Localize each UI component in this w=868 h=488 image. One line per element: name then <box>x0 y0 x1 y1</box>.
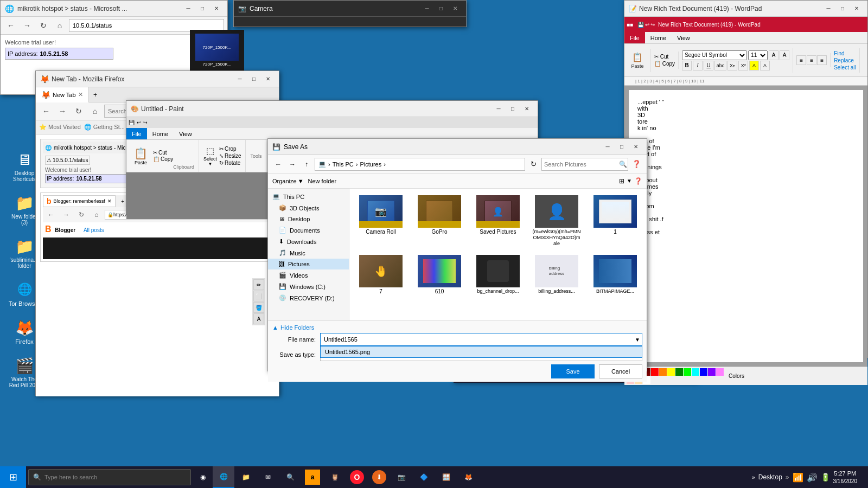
most-visited-link[interactable]: ⭐ Most Visited <box>39 124 81 131</box>
saveas-up-btn[interactable]: ↑ <box>301 158 312 170</box>
wordpad-align-left-btn[interactable]: ≡ <box>796 55 806 65</box>
taskbar-clock[interactable]: 5:27 PM 3/16/2020 <box>833 470 858 484</box>
mikrotik-forward-btn[interactable]: → <box>20 19 34 32</box>
start-button[interactable]: ⊞ <box>0 466 26 488</box>
wordpad-superscript-btn[interactable]: X² <box>738 61 748 70</box>
wordpad-bold-btn[interactable]: B <box>682 61 692 70</box>
firefox-newtab-tab[interactable]: 🦊 New Tab ✕ <box>36 87 89 102</box>
wordpad-cut-btn[interactable]: ✂ Cut <box>654 54 668 60</box>
saveas-help-btn[interactable]: ❓ <box>630 158 642 170</box>
saveas-file-saved-pictures[interactable]: 👤 Saved Pictures <box>471 193 525 248</box>
mikrotik-minimize-btn[interactable]: ─ <box>182 3 195 14</box>
paint-maximize-btn[interactable]: □ <box>506 104 519 114</box>
saveas-view-btn[interactable]: ⊞ <box>619 177 624 185</box>
task-view-btn[interactable]: ◉ <box>193 466 213 488</box>
paint-crop-btn[interactable]: ✂Crop <box>219 146 241 152</box>
saveas-sidebar-desktop[interactable]: 🖥Desktop <box>268 214 349 224</box>
firefox-new-tab-btn[interactable]: + <box>89 88 102 101</box>
color-blue[interactable] <box>700 368 707 376</box>
wordpad-close-btn[interactable]: ✕ <box>850 3 863 14</box>
paint-resize-btn[interactable]: ⤡Resize <box>219 153 241 159</box>
paint-undo-quick-btn[interactable]: ↩ <box>137 120 141 125</box>
mikrotik-back-btn[interactable]: ← <box>4 19 18 32</box>
color-purple[interactable] <box>708 368 716 376</box>
wordpad-redo-quick[interactable]: ↪ <box>650 22 655 28</box>
mikrotik-close-btn[interactable]: ✕ <box>210 3 223 14</box>
firefox-bg-close-btn[interactable]: ✕ <box>261 74 275 85</box>
paint-tab-view[interactable]: View <box>174 128 197 139</box>
saveas-sidebar-windows-c[interactable]: 💾Windows (C:) <box>268 281 349 292</box>
wordpad-highlight-btn[interactable]: A <box>749 61 759 70</box>
wordpad-tab-file[interactable]: File <box>624 32 645 43</box>
all-posts-link[interactable]: All posts <box>84 227 104 233</box>
saveas-file-7[interactable]: 🤚 7 <box>354 253 408 297</box>
wordpad-replace-btn[interactable]: Replace <box>834 57 854 63</box>
taskbar-show-desktop-btn[interactable] <box>860 466 864 488</box>
saveas-maximize-btn[interactable]: □ <box>615 142 628 152</box>
wordpad-document[interactable]: ...eppet ' " with 3D tore k in' no sort … <box>629 90 863 362</box>
wordpad-align-right-btn[interactable]: ≡ <box>817 55 827 65</box>
wordpad-tab-view[interactable]: View <box>672 32 695 43</box>
wordpad-minimize-btn[interactable]: ─ <box>822 3 835 14</box>
wordpad-italic-btn[interactable]: I <box>693 61 703 70</box>
saveas-file-bitmap[interactable]: BITMAPIMAGE... <box>588 253 642 297</box>
saveas-sidebar-pictures[interactable]: 🖼Pictures <box>268 259 349 269</box>
mikrotik-home-btn[interactable]: ⌂ <box>53 19 67 32</box>
wordpad-tab-home[interactable]: Home <box>645 32 672 43</box>
paint-minimize-btn[interactable]: ─ <box>492 104 505 114</box>
saveas-search-input[interactable] <box>544 161 619 168</box>
color-lime[interactable] <box>684 368 691 376</box>
saveas-sidebar-music[interactable]: 🎵Music <box>268 247 349 259</box>
firefox-bg-home-btn[interactable]: ⌂ <box>88 105 102 118</box>
saveas-info-btn[interactable]: ❓ <box>634 177 642 185</box>
taskbar-app-edge[interactable]: 🌐 <box>213 466 234 488</box>
wordpad-grow-font-btn[interactable]: A <box>769 50 778 60</box>
saveas-file-gopro[interactable]: GoPro <box>412 193 467 248</box>
color-orange[interactable] <box>659 368 667 376</box>
paint-close-btn[interactable]: ✕ <box>520 104 533 114</box>
taskbar-app-explorer[interactable]: 📁 <box>235 466 257 488</box>
mikrotik-maximize-btn[interactable]: □ <box>196 3 209 14</box>
saveas-filename-input[interactable] <box>320 333 642 346</box>
taskbar-show-more[interactable]: » <box>752 474 755 480</box>
mikrotik-refresh-btn[interactable]: ↻ <box>36 19 50 32</box>
color-yellow[interactable] <box>667 368 675 376</box>
paint-copy-btn[interactable]: 📋Copy <box>153 156 173 162</box>
firefox-bg-maximize-btn[interactable]: □ <box>247 74 260 85</box>
saveas-sidebar-videos[interactable]: 🎬Videos <box>268 269 349 281</box>
camera-minimize-btn[interactable]: ─ <box>420 3 433 14</box>
saveas-breadcrumb[interactable]: 💻 › This PC › Pictures › <box>315 158 525 171</box>
taskbar-app-bittorrent[interactable]: ⬇ <box>368 466 390 488</box>
saveas-save-btn[interactable]: Save <box>551 364 595 378</box>
taskbar-app-camera[interactable]: 📷 <box>391 466 412 488</box>
saveas-hide-folders-btn[interactable]: ▲ Hide Folders <box>272 324 642 331</box>
saveas-sidebar-3d[interactable]: 📦3D Objects <box>268 202 349 214</box>
saveas-sidebar-this-pc[interactable]: 💻This PC <box>268 191 349 202</box>
wordpad-color-btn[interactable]: A <box>760 61 770 70</box>
firefox-bg-refresh-btn[interactable]: ↻ <box>72 105 86 118</box>
blogger-forward-btn[interactable]: → <box>59 208 73 221</box>
wordpad-align-center-btn[interactable]: ≡ <box>807 55 816 65</box>
color-green[interactable] <box>675 368 683 376</box>
getting-started-link[interactable]: 🌐 Getting St... <box>84 124 125 131</box>
blogger-tab-item[interactable]: b Blogger: rememberlessf ✕ <box>43 195 116 207</box>
taskbar-battery-icon[interactable]: 🔋 <box>821 473 830 481</box>
firefox-bg-minimize-btn[interactable]: ─ <box>233 74 246 85</box>
taskbar-app-store[interactable]: 🪟 <box>435 466 457 488</box>
wordpad-paste-btn[interactable]: 📋 Paste <box>628 51 647 70</box>
saveas-file-camera-roll[interactable]: 📷 Camera Roll <box>354 193 408 248</box>
wordpad-strikethrough-btn[interactable]: abc <box>714 61 726 70</box>
saveas-newfolder-btn[interactable]: New folder <box>308 178 337 184</box>
wordpad-subscript-btn[interactable]: X₂ <box>727 61 737 70</box>
firefox-bg-back-btn[interactable]: ← <box>39 105 53 118</box>
paint-paste-btn[interactable]: 📋 Paste <box>131 146 151 166</box>
saveas-file-bg-channel[interactable]: bg_channel_drop... <box>471 253 525 297</box>
color-cyan[interactable] <box>692 368 699 376</box>
saveas-cancel-btn[interactable]: Cancel <box>599 364 642 378</box>
paint-save-quick-btn[interactable]: 💾 <box>129 120 135 125</box>
wordpad-shrink-font-btn[interactable]: A <box>780 50 789 60</box>
saveas-file-billing[interactable]: billingaddress billing_address... <box>529 253 584 297</box>
autocomplete-item-1[interactable]: Untitled1565.png <box>321 346 642 357</box>
saveas-sidebar-downloads[interactable]: ⬇Downloads <box>268 236 349 247</box>
saveas-file-610[interactable]: 610 <box>412 253 467 297</box>
